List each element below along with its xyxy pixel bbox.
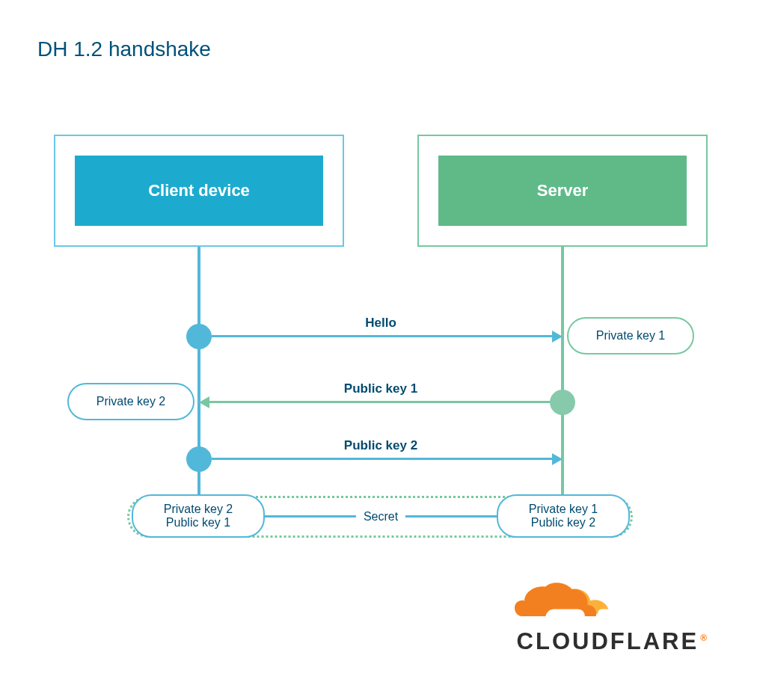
server-inner-box: Server [438,156,687,226]
client-mix-l1: Private key 2 [164,503,233,516]
cloudflare-wordmark: CLOUDFLARE® [515,628,709,655]
label-pubkey2: Public key 2 [199,438,563,453]
server-label: Server [537,181,589,200]
server-mix-l1: Private key 1 [529,503,598,516]
client-inner-box: Client device [75,156,323,226]
label-hello: Hello [199,316,563,331]
capsule-server-mix: Private key 1 Public key 2 [497,494,630,538]
client-label: Client device [148,181,250,200]
arrow-hello-head [552,331,563,343]
client-mix-l2: Public key 1 [166,516,230,529]
client-outer-box: Client device [54,135,344,247]
capsule-client-mix: Private key 2 Public key 1 [132,494,265,538]
priv2-text: Private key 2 [96,395,165,408]
cloudflare-text: CLOUDFLARE [517,628,699,654]
server-outer-box: Server [417,135,708,247]
arrow-pubkey2-head [552,453,563,465]
server-mix-l2: Public key 2 [531,516,595,529]
capsule-private-key-1: Private key 1 [567,317,694,354]
arrow-pubkey1-line [209,401,550,403]
cloudflare-logo: CLOUDFLARE® [515,582,709,655]
arrow-pubkey2-line [212,458,552,460]
diagram-title: DH 1.2 handshake [37,37,211,61]
priv1-text: Private key 1 [596,329,665,343]
registered-mark: ® [700,633,709,643]
arrow-hello-line [212,335,552,337]
cloud-icon [515,582,627,625]
capsule-private-key-2: Private key 2 [67,383,194,420]
label-pubkey1: Public key 1 [199,381,563,396]
label-secret: Secret [356,510,405,524]
arrow-pubkey1-head [199,396,209,408]
